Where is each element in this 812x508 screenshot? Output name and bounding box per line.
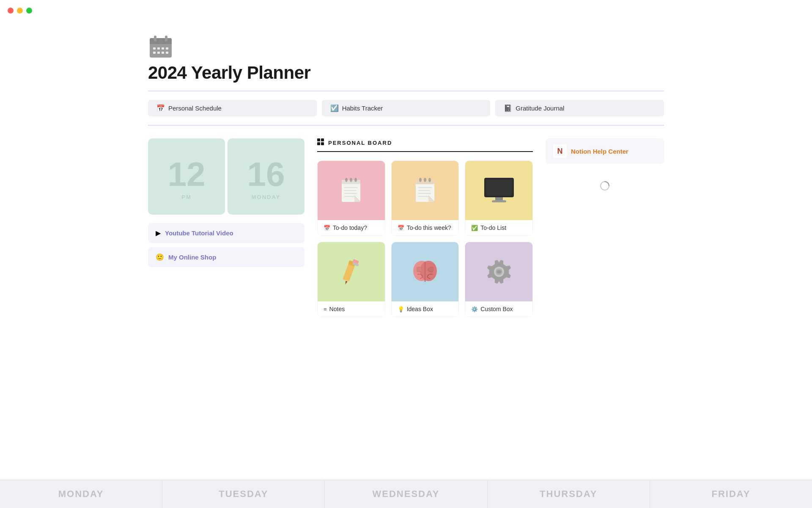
body-layout: 12 PM 16 MONDAY ▶ Youtube Tutorial Video… <box>148 138 664 317</box>
clock-hour-block: 12 PM <box>148 138 225 215</box>
traffic-lights <box>8 8 32 14</box>
todo-today-label: To-do today? <box>333 224 367 231</box>
gratitude-tab-icon: 📓 <box>504 104 512 112</box>
svg-rect-38 <box>495 197 503 201</box>
main-container: 2024 Yearly Planner 📅 Personal Schedule … <box>110 0 702 317</box>
svg-rect-39 <box>492 200 506 202</box>
ideas-label: Ideas Box <box>407 306 433 312</box>
notion-help-label: Notion Help Center <box>571 148 628 155</box>
svg-rect-9 <box>153 52 156 54</box>
svg-rect-16 <box>321 142 324 145</box>
custom-footer-icon: ⚙️ <box>471 306 478 312</box>
svg-rect-12 <box>166 52 168 54</box>
weekday-bar: MONDAY TUESDAY WEDNESDAY THURSDAY FRIDAY <box>0 480 812 508</box>
card-notes-footer: ≡ Notes <box>318 301 385 317</box>
card-ideas-image <box>392 242 459 301</box>
svg-point-19 <box>345 178 348 182</box>
clock-minute-block: 16 MONDAY <box>228 138 304 215</box>
svg-rect-25 <box>344 196 354 197</box>
close-button[interactable] <box>8 8 14 14</box>
tab-gratitude-journal-label: Gratitude Journal <box>516 105 564 112</box>
custom-label: Custom Box <box>480 306 513 312</box>
svg-rect-22 <box>344 187 358 188</box>
card-custom-image <box>465 242 532 301</box>
clock-hour: 12 <box>168 157 206 191</box>
svg-rect-14 <box>321 138 324 141</box>
right-panel: N Notion Help Center <box>546 138 664 317</box>
clock-minute: 16 <box>247 157 285 191</box>
card-todo-week-image <box>392 161 459 220</box>
svg-rect-5 <box>153 47 156 50</box>
board-card-custom[interactable]: ⚙️ Custom Box <box>465 242 533 317</box>
card-custom-footer: ⚙️ Custom Box <box>465 301 532 317</box>
board-card-todo-list[interactable]: ✅ To-do List <box>465 160 533 236</box>
bottom-nav-divider <box>148 125 664 126</box>
youtube-tutorial-label: Youtube Tutorial Video <box>165 229 233 237</box>
youtube-icon: ▶ <box>156 229 161 237</box>
top-divider <box>148 91 664 91</box>
svg-rect-37 <box>486 179 512 196</box>
weekday-tuesday[interactable]: TUESDAY <box>162 480 324 508</box>
card-todo-week-footer: 📅 To-do this week? <box>392 220 459 235</box>
youtube-tutorial-link[interactable]: ▶ Youtube Tutorial Video <box>148 223 304 243</box>
notion-help-card[interactable]: N Notion Help Center <box>546 138 664 164</box>
svg-rect-11 <box>162 52 164 54</box>
svg-rect-7 <box>162 47 164 50</box>
left-sidebar: 12 PM 16 MONDAY ▶ Youtube Tutorial Video… <box>148 138 304 317</box>
calendar-tab-icon: 📅 <box>156 104 165 112</box>
svg-rect-3 <box>154 36 156 41</box>
svg-point-21 <box>354 178 357 182</box>
todo-list-footer-icon: ✅ <box>471 225 478 231</box>
loading-spinner <box>546 181 664 191</box>
board-card-ideas[interactable]: 💡 Ideas Box <box>391 242 459 317</box>
svg-rect-6 <box>157 47 160 50</box>
page-title: 2024 Yearly Planner <box>148 63 664 83</box>
board-grid: 📅 To-do today? <box>317 160 533 317</box>
svg-rect-23 <box>344 190 356 191</box>
card-todo-list-footer: ✅ To-do List <box>465 220 532 235</box>
card-todo-today-image <box>318 161 385 220</box>
todo-week-label: To-do this week? <box>407 224 451 231</box>
todo-today-footer-icon: 📅 <box>324 225 330 231</box>
my-online-shop-label: My Online Shop <box>168 254 216 261</box>
shop-icon: 🙂 <box>156 253 164 261</box>
center-content: PERSONAL BOARD <box>317 138 533 317</box>
tab-personal-schedule-label: Personal Schedule <box>168 105 222 112</box>
svg-rect-2 <box>150 41 172 44</box>
svg-point-30 <box>428 178 431 182</box>
tab-habits-tracker[interactable]: ☑️ Habits Tracker <box>322 100 491 116</box>
svg-rect-32 <box>418 190 430 191</box>
svg-rect-15 <box>317 142 320 145</box>
card-todo-list-image <box>465 161 532 220</box>
svg-rect-34 <box>418 196 428 197</box>
card-ideas-footer: 💡 Ideas Box <box>392 301 459 317</box>
weekday-friday[interactable]: FRIDAY <box>650 480 812 508</box>
svg-point-28 <box>419 178 422 182</box>
svg-point-52 <box>497 270 502 273</box>
weekday-monday[interactable]: MONDAY <box>0 480 162 508</box>
board-card-todo-today[interactable]: 📅 To-do today? <box>317 160 385 236</box>
tab-personal-schedule[interactable]: 📅 Personal Schedule <box>148 100 317 116</box>
svg-point-29 <box>424 178 426 182</box>
maximize-button[interactable] <box>26 8 32 14</box>
weekday-wednesday[interactable]: WEDNESDAY <box>324 480 487 508</box>
page-icon <box>148 34 172 58</box>
tab-habits-tracker-label: Habits Tracker <box>342 105 383 112</box>
board-card-todo-week[interactable]: 📅 To-do this week? <box>391 160 459 236</box>
card-todo-today-footer: 📅 To-do today? <box>318 220 385 235</box>
minimize-button[interactable] <box>17 8 23 14</box>
svg-rect-24 <box>344 193 357 194</box>
ideas-footer-icon: 💡 <box>398 306 404 312</box>
weekday-thursday[interactable]: THURSDAY <box>487 480 650 508</box>
svg-rect-31 <box>418 187 432 188</box>
clock-day: MONDAY <box>252 194 281 200</box>
tab-gratitude-journal[interactable]: 📓 Gratitude Journal <box>495 100 664 116</box>
notes-label: Notes <box>329 306 345 312</box>
svg-point-20 <box>350 178 352 182</box>
my-online-shop-link[interactable]: 🙂 My Online Shop <box>148 247 304 267</box>
board-header: PERSONAL BOARD <box>317 138 533 152</box>
board-card-notes[interactable]: ≡ Notes <box>317 242 385 317</box>
notion-icon: N <box>553 144 567 158</box>
svg-rect-4 <box>165 36 167 41</box>
notes-footer-icon: ≡ <box>324 306 327 312</box>
